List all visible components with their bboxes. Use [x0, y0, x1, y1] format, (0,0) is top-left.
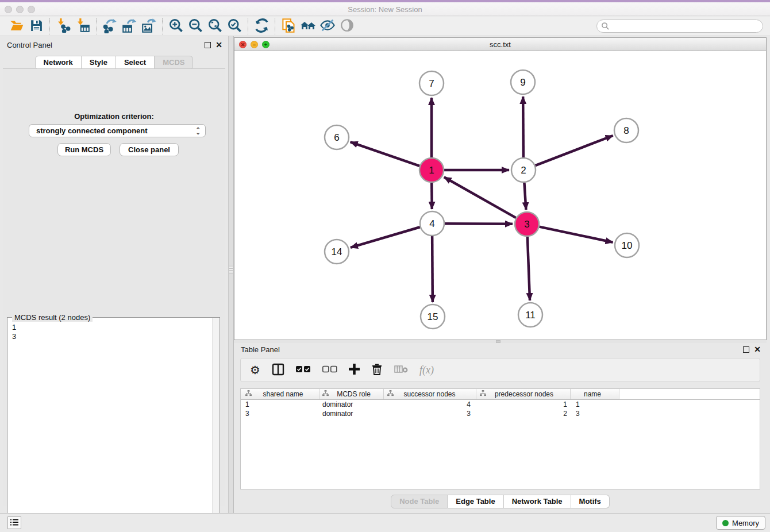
memory-label: Memory	[732, 519, 759, 527]
cell-shared-name[interactable]: 1	[241, 400, 319, 408]
open-session-button[interactable]	[7, 18, 26, 35]
select-all-columns-button[interactable]	[296, 363, 311, 377]
table-panel-title: Table Panel	[241, 345, 280, 354]
graph-node-2[interactable]: 2	[511, 158, 536, 182]
cell-predecessor-nodes[interactable]: 1	[476, 400, 571, 408]
graph-edge-3-10[interactable]	[540, 227, 613, 242]
cell-mcds-role[interactable]: dominator	[319, 400, 384, 408]
show-task-history-button[interactable]	[7, 516, 21, 529]
table-row[interactable]: 1 dominator 4 1 1	[241, 400, 760, 409]
graph-node-7[interactable]: 7	[419, 71, 444, 95]
export-image-button[interactable]	[139, 18, 159, 35]
graph-node-1[interactable]: 1	[419, 158, 444, 182]
graph-node-15[interactable]: 15	[421, 304, 445, 329]
table-options-button[interactable]: ⚙	[250, 363, 260, 377]
graph-node-11[interactable]: 11	[518, 303, 542, 327]
graph-edge-2-3[interactable]	[524, 183, 526, 210]
tab-edge-table[interactable]: Edge Table	[448, 495, 503, 508]
search-field[interactable]	[596, 20, 763, 33]
column-header-predecessor-nodes[interactable]: predecessor nodes	[476, 389, 571, 399]
cell-name[interactable]: 3	[571, 410, 619, 418]
cell-predecessor-nodes[interactable]: 2	[476, 410, 571, 418]
first-neighbors-button[interactable]	[298, 18, 318, 35]
float-panel-icon[interactable]	[205, 42, 211, 48]
network-canvas[interactable]: 7968124314101511	[234, 51, 766, 340]
cell-name[interactable]: 1	[571, 400, 619, 408]
checked-boxes-icon	[296, 365, 311, 375]
graph-node-9[interactable]: 9	[511, 70, 535, 94]
graph-node-4[interactable]: 4	[420, 211, 444, 236]
tab-network-table[interactable]: Network Table	[504, 495, 571, 508]
cell-mcds-role[interactable]: dominator	[319, 410, 384, 418]
fit-content-button[interactable]	[205, 18, 225, 35]
zoom-in-button[interactable]	[166, 18, 186, 35]
cell-successor-nodes[interactable]: 3	[384, 410, 476, 418]
new-network-from-selection-button[interactable]	[279, 18, 298, 35]
control-panel: Control Panel ✕ Network Style Select MCD…	[0, 36, 228, 513]
graph-edge-3-1[interactable]	[444, 177, 516, 218]
graph-node-10[interactable]: 10	[615, 233, 639, 257]
mcds-result-box: MCDS result (2 nodes) 1 3	[7, 317, 220, 532]
graph-edge-4-3[interactable]	[445, 223, 513, 224]
tab-node-table[interactable]: Node Table	[391, 495, 448, 508]
hide-selected-button[interactable]	[318, 18, 337, 35]
close-panel-button[interactable]: Close panel	[120, 143, 179, 156]
close-panel-icon[interactable]: ✕	[215, 40, 222, 49]
import-table-button[interactable]	[73, 18, 93, 35]
graph-edge-2-9[interactable]	[523, 97, 523, 157]
memory-button[interactable]: Memory	[716, 516, 765, 530]
function-builder-button[interactable]: f(x)	[419, 363, 434, 377]
column-header-mcds-role[interactable]: MCDS role	[319, 389, 384, 399]
houses-icon	[300, 17, 316, 35]
criterion-dropdown[interactable]: strongly connected component ⌃⌄	[29, 124, 206, 137]
graph-edge-4-14[interactable]	[351, 227, 420, 248]
column-header-name[interactable]: name	[571, 389, 619, 399]
tab-motifs[interactable]: Motifs	[571, 495, 610, 508]
zoom-selected-button[interactable]	[225, 18, 244, 35]
float-panel-icon[interactable]	[743, 346, 749, 353]
unselect-all-columns-button[interactable]	[322, 363, 337, 377]
close-panel-icon[interactable]: ✕	[754, 345, 761, 354]
tab-network[interactable]: Network	[35, 56, 82, 70]
graph-edge-1-6[interactable]	[351, 142, 420, 166]
graph-edge-4-15[interactable]	[432, 236, 433, 302]
tab-select[interactable]: Select	[116, 56, 155, 70]
network-window-titlebar[interactable]: ✕ − + scc.txt	[234, 38, 766, 51]
cell-successor-nodes[interactable]: 4	[384, 400, 476, 408]
plus-icon	[349, 364, 360, 376]
result-scrollbar[interactable]	[212, 318, 219, 532]
column-header-successor-nodes[interactable]: successor nodes	[384, 389, 476, 399]
import-network-button[interactable]	[53, 18, 73, 35]
attribute-icon	[245, 390, 252, 398]
export-table-button[interactable]	[120, 18, 139, 35]
delete-table-button[interactable]	[394, 363, 408, 377]
graph-node-6[interactable]: 6	[325, 125, 349, 149]
add-column-button[interactable]	[349, 363, 360, 377]
graph-node-14[interactable]: 14	[325, 240, 349, 264]
zoom-out-button[interactable]	[186, 18, 205, 35]
table-row[interactable]: 3 dominator 3 2 3	[241, 409, 760, 418]
graph-edge-3-11[interactable]	[528, 237, 530, 300]
show-all-button[interactable]	[337, 18, 357, 35]
splitter-grip-icon[interactable]	[229, 265, 233, 274]
tab-style[interactable]: Style	[82, 56, 116, 70]
apply-preferred-layout-button[interactable]	[252, 18, 271, 35]
graph-node-label: 14	[332, 246, 342, 257]
run-mcds-button[interactable]: Run MCDS	[57, 143, 111, 156]
search-input[interactable]	[610, 21, 763, 32]
graph-edge-2-8[interactable]	[536, 136, 613, 165]
graph-node-8[interactable]: 8	[614, 118, 638, 142]
graph-node-3[interactable]: 3	[515, 212, 539, 236]
vertical-splitter[interactable]	[228, 36, 234, 513]
toolbar-separator	[49, 18, 50, 34]
cell-shared-name[interactable]: 3	[241, 410, 319, 418]
tab-mcds[interactable]: MCDS	[155, 56, 193, 70]
delete-columns-button[interactable]	[371, 363, 383, 377]
column-header-shared-name[interactable]: shared name	[241, 389, 319, 399]
export-network-button[interactable]	[100, 18, 120, 35]
gear-icon: ⚙	[250, 364, 260, 376]
mcds-result-list[interactable]: 1 3	[12, 323, 16, 341]
show-columns-button[interactable]	[272, 363, 284, 377]
save-session-button[interactable]	[26, 18, 46, 35]
status-bar: Memory	[0, 513, 770, 532]
